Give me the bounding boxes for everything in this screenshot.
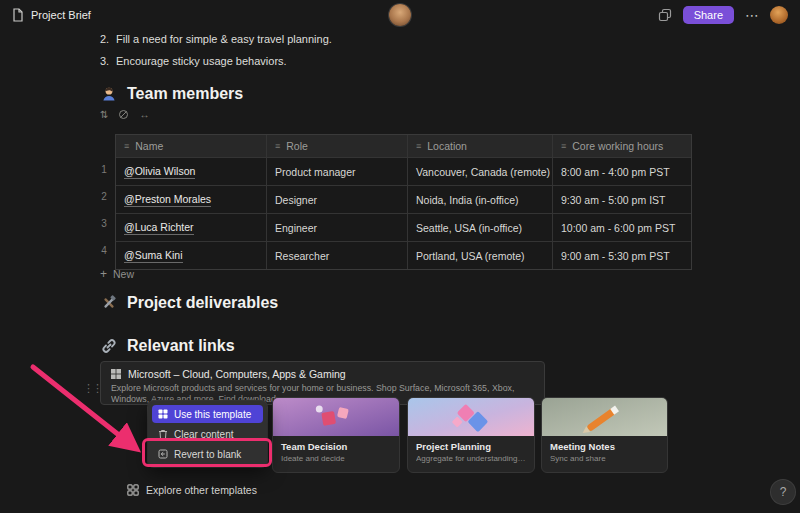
resize-icon[interactable]: ↔ — [139, 109, 149, 120]
column-header-name[interactable]: ≡ Name — [116, 135, 266, 157]
cell-role[interactable]: Designer — [266, 186, 407, 213]
column-label: Name — [135, 140, 163, 152]
hammer-wrench-emoji-icon — [100, 294, 118, 312]
template-thumbnail — [408, 398, 534, 436]
link-emoji-icon — [100, 337, 118, 355]
numbered-list-item[interactable]: 2. Fill a need for simple & easy travel … — [100, 33, 332, 45]
template-card-project-planning[interactable]: Project Planning Aggregate for understan… — [407, 397, 535, 473]
cell-location[interactable]: Portland, USA (remote) — [407, 242, 552, 269]
explore-other-templates-button[interactable]: Explore other templates — [127, 484, 257, 496]
table-toolbar: ⇅ ↔ — [100, 109, 149, 120]
template-context-menu: Use this template Clear content Revert t… — [148, 401, 267, 467]
text-column-icon: ≡ — [275, 141, 280, 151]
cell-location[interactable]: Vancouver, Canada (remote) — [407, 158, 552, 185]
cell-name[interactable]: @Suma Kini — [116, 242, 266, 269]
revert-icon — [158, 449, 168, 459]
template-thumbnail — [542, 398, 667, 436]
column-label: Core working hours — [572, 140, 663, 152]
user-avatar[interactable] — [770, 6, 788, 24]
cell-name[interactable]: @Luca Richter — [116, 214, 266, 241]
list-text: Fill a need for simple & easy travel pla… — [116, 33, 332, 45]
heading-text: Project deliverables — [127, 294, 278, 312]
template-card-team-decision[interactable]: Team Decision Ideate and decide — [272, 397, 400, 473]
share-button[interactable]: Share — [683, 6, 734, 24]
topbar-actions: Share ⋯ — [658, 6, 788, 24]
template-title: Project Planning — [416, 441, 526, 452]
table-row[interactable]: @Olivia Wilson Product manager Vancouver… — [116, 157, 691, 185]
list-number: 2. — [100, 33, 116, 45]
row-number: 4 — [96, 237, 112, 264]
heading-text: Team members — [127, 85, 243, 103]
template-subtitle: Sync and share — [550, 454, 659, 463]
text-column-icon: ≡ — [561, 141, 566, 151]
plus-icon: + — [100, 268, 107, 280]
use-this-template-button[interactable]: Use this template — [152, 405, 263, 423]
cell-hours[interactable]: 9:30 am - 5:00 pm IST — [552, 186, 691, 213]
template-title: Meeting Notes — [550, 441, 659, 452]
person-mention[interactable]: @Luca Richter — [124, 221, 194, 235]
profile-avatar-center[interactable] — [389, 4, 411, 26]
drag-handle-icon[interactable]: ⋮⋮ — [83, 382, 101, 395]
cell-name[interactable]: @Preston Morales — [116, 186, 266, 213]
bookmark-title: Microsoft – Cloud, Computers, Apps & Gam… — [128, 368, 346, 380]
table-row[interactable]: @Luca Richter Engineer Seattle, USA (in-… — [116, 213, 691, 241]
cell-location[interactable]: Noida, India (in-office) — [407, 186, 552, 213]
table-row[interactable]: @Preston Morales Designer Noida, India (… — [116, 185, 691, 213]
cell-name[interactable]: @Olivia Wilson — [116, 158, 266, 185]
row-number: 1 — [96, 156, 112, 183]
project-deliverables-heading: Project deliverables — [100, 294, 278, 312]
cell-hours[interactable]: 9:00 am - 5:30 pm PST — [552, 242, 691, 269]
notion-page: Project Brief Share ⋯ 2. Fill a need for… — [0, 0, 800, 513]
clear-content-button[interactable]: Clear content — [152, 425, 263, 443]
woman-technologist-emoji-icon — [100, 85, 118, 103]
menu-item-label: Use this template — [174, 409, 251, 420]
team-table: ≡ Name ≡ Role ≡ Location ≡ Core working … — [115, 134, 692, 270]
add-row-button[interactable]: + New — [100, 268, 134, 280]
table-row[interactable]: @Suma Kini Researcher Portland, USA (rem… — [116, 241, 691, 269]
row-number: 3 — [96, 210, 112, 237]
menu-item-label: Clear content — [174, 429, 233, 440]
list-text: Encourage sticky usage behaviors. — [116, 55, 287, 67]
page-icon — [12, 8, 24, 22]
more-options-icon[interactable]: ⋯ — [745, 8, 759, 22]
person-mention[interactable]: @Olivia Wilson — [124, 165, 195, 179]
templates-grid-icon — [127, 484, 139, 496]
heading-text: Relevant links — [127, 337, 235, 355]
text-column-icon: ≡ — [416, 141, 421, 151]
template-card-meeting-notes[interactable]: Meeting Notes Sync and share — [541, 397, 668, 473]
new-row-label: New — [113, 268, 134, 280]
text-column-icon: ≡ — [124, 141, 129, 151]
cell-role[interactable]: Product manager — [266, 158, 407, 185]
list-number: 3. — [100, 55, 116, 67]
page-title: Project Brief — [31, 9, 91, 21]
explore-label: Explore other templates — [146, 484, 257, 496]
top-bar: Project Brief Share ⋯ — [0, 0, 800, 30]
template-grid-icon — [158, 409, 168, 419]
help-button[interactable]: ? — [771, 480, 795, 504]
template-subtitle: Ideate and decide — [281, 454, 391, 463]
revert-to-blank-button[interactable]: Revert to blank — [152, 445, 263, 463]
numbered-list-item[interactable]: 3. Encourage sticky usage behaviors. — [100, 55, 287, 67]
column-label: Location — [427, 140, 467, 152]
cell-hours[interactable]: 10:00 am - 6:00 pm PST — [552, 214, 691, 241]
menu-item-label: Revert to blank — [174, 449, 241, 460]
column-header-location[interactable]: ≡ Location — [407, 135, 552, 157]
table-header-row: ≡ Name ≡ Role ≡ Location ≡ Core working … — [116, 135, 691, 157]
microsoft-favicon-icon — [111, 369, 121, 379]
column-header-hours[interactable]: ≡ Core working hours — [552, 135, 691, 157]
sort-icon[interactable]: ⇅ — [100, 109, 108, 120]
template-subtitle: Aggregate for understanding an... — [416, 454, 526, 463]
cell-role[interactable]: Engineer — [266, 214, 407, 241]
person-mention[interactable]: @Suma Kini — [124, 249, 183, 263]
person-mention[interactable]: @Preston Morales — [124, 193, 211, 207]
template-thumbnail — [273, 398, 399, 436]
hide-icon[interactable] — [118, 109, 129, 120]
breadcrumb[interactable]: Project Brief — [12, 8, 91, 22]
cell-location[interactable]: Seattle, USA (in-office) — [407, 214, 552, 241]
cell-hours[interactable]: 8:00 am - 4:00 pm PST — [552, 158, 691, 185]
trash-icon — [158, 429, 168, 440]
row-number: 2 — [96, 183, 112, 210]
cell-role[interactable]: Researcher — [266, 242, 407, 269]
duplicate-icon[interactable] — [658, 8, 672, 22]
column-header-role[interactable]: ≡ Role — [266, 135, 407, 157]
